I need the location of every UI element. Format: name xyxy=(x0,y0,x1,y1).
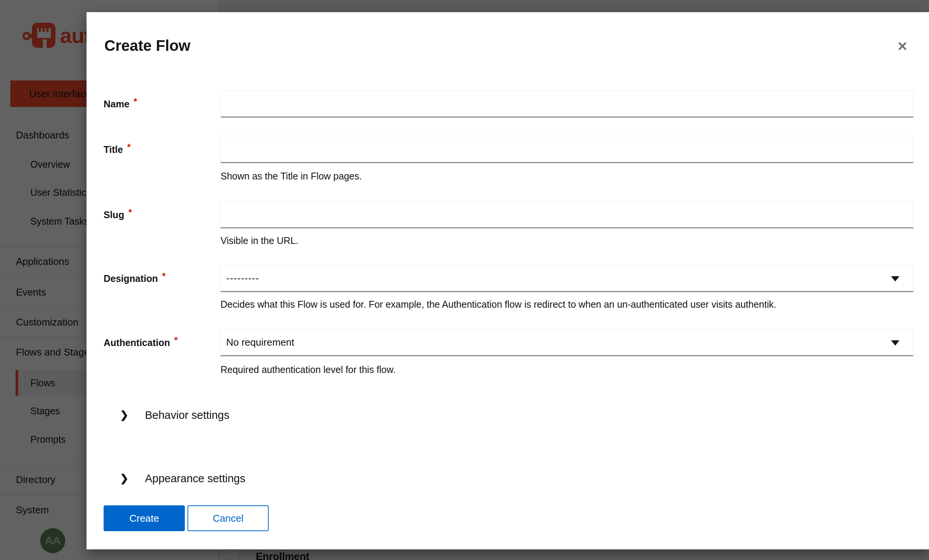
name-input[interactable] xyxy=(220,90,913,118)
create-flow-modal: Create Flow ✕ Name * Title * Shown as th… xyxy=(87,12,929,549)
name-label-text: Name xyxy=(104,99,129,110)
designation-label: Designation * xyxy=(104,265,217,292)
cancel-button[interactable]: Cancel xyxy=(187,505,269,531)
required-asterisk: * xyxy=(134,96,137,107)
appearance-settings-expander[interactable]: ❯ Appearance settings xyxy=(87,469,929,488)
create-button[interactable]: Create xyxy=(104,505,185,531)
title-label: Title * xyxy=(104,136,217,163)
name-label: Name * xyxy=(104,90,217,118)
slug-help-text: Visible in the URL. xyxy=(220,234,915,247)
required-asterisk: * xyxy=(174,335,178,346)
slug-input[interactable] xyxy=(220,201,913,228)
authentication-help-text: Required authentication level for this f… xyxy=(220,363,915,376)
title-help-text: Shown as the Title in Flow pages. xyxy=(220,170,915,182)
designation-select-value: --------- xyxy=(226,272,259,284)
close-icon[interactable]: ✕ xyxy=(893,36,912,56)
designation-help-text: Decides what this Flow is used for. For … xyxy=(220,298,915,310)
designation-select[interactable]: --------- xyxy=(220,265,913,292)
screen: authentik User interface Dashboards Over… xyxy=(0,0,929,560)
modal-title: Create Flow xyxy=(104,37,191,54)
required-asterisk: * xyxy=(127,142,131,153)
authentication-select[interactable]: No requirement xyxy=(220,329,913,356)
authentication-select-value: No requirement xyxy=(226,337,294,348)
title-input[interactable] xyxy=(220,136,913,163)
caret-down-icon xyxy=(891,340,899,346)
behavior-settings-expander[interactable]: ❯ Behavior settings xyxy=(87,405,929,425)
slug-label-text: Slug xyxy=(104,209,124,220)
designation-label-text: Designation xyxy=(104,273,158,284)
caret-down-icon xyxy=(891,276,899,282)
behavior-settings-label: Behavior settings xyxy=(145,409,229,422)
required-asterisk: * xyxy=(128,207,132,218)
slug-label: Slug * xyxy=(104,201,217,228)
title-label-text: Title xyxy=(104,144,123,155)
authentication-label-text: Authentication xyxy=(104,337,170,348)
chevron-right-icon: ❯ xyxy=(120,409,128,421)
required-asterisk: * xyxy=(162,271,165,282)
chevron-right-icon: ❯ xyxy=(120,472,128,484)
appearance-settings-label: Appearance settings xyxy=(145,472,245,485)
authentication-label: Authentication * xyxy=(104,329,217,356)
